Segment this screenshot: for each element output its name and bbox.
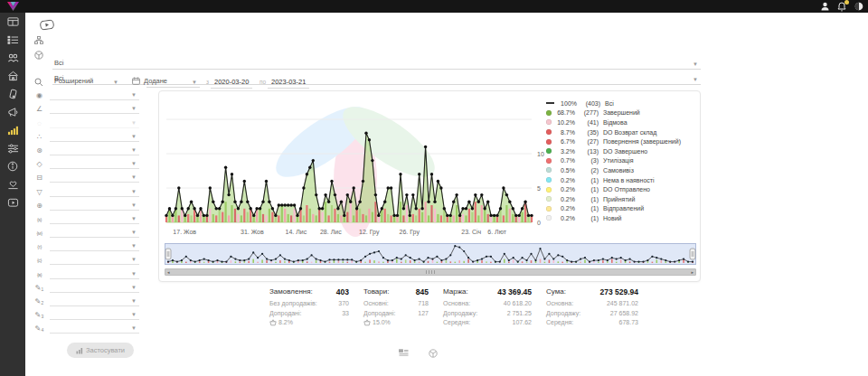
sidebar-item-dashboard[interactable] xyxy=(0,13,25,31)
filter-row-fingerprint: ⊛▼ xyxy=(25,142,146,155)
stat-title: Маржа: xyxy=(443,287,468,296)
sidebar-item-store[interactable] xyxy=(0,67,25,85)
sliders-icon xyxy=(7,143,19,154)
legend-item[interactable]: 3.2%(13)DO Завершено xyxy=(546,146,698,156)
legend-item[interactable]: 100%(403)Всі xyxy=(546,99,698,108)
filter-row-banknote: ⊟▼ xyxy=(25,169,146,183)
legend-item[interactable]: 0.2%(1)Відправлений xyxy=(546,204,698,214)
filter-select-9[interactable]: ▼ xyxy=(50,202,139,211)
scroll-left-icon[interactable]: ◂ xyxy=(165,270,172,275)
filter-row-pencil-4: ✎₄▼ xyxy=(25,320,146,334)
legend-item[interactable]: 68.7%(277)Завершений xyxy=(546,108,698,118)
legend-marker xyxy=(546,102,554,104)
sidebar-item-sales[interactable] xyxy=(0,85,25,103)
heart-hands-icon xyxy=(7,179,19,190)
category-select[interactable]: Всі ▼ xyxy=(52,58,701,70)
scrollbar-grip[interactable] xyxy=(426,270,435,274)
sidebar-item-integrations[interactable] xyxy=(0,139,25,157)
sidebar-item-marketing[interactable] xyxy=(0,103,25,121)
filter-select-8[interactable]: ▼ xyxy=(50,188,139,197)
legend-percent: 8.7% xyxy=(554,129,575,136)
filter-select-5[interactable]: ▼ xyxy=(50,146,139,155)
legend-percent: 0.2% xyxy=(554,196,575,202)
chart-scrollbar[interactable]: ◂ ▸ xyxy=(165,268,696,276)
legend-marker xyxy=(546,187,552,193)
chevron-down-icon: ▼ xyxy=(131,298,137,304)
legend-marker xyxy=(546,129,552,135)
stat-title: Сума: xyxy=(546,287,566,296)
filter-select-14[interactable]: ▼ xyxy=(50,270,139,279)
legend-marker xyxy=(546,196,552,202)
sales-tag-icon xyxy=(7,89,19,99)
stat-title: Товари: xyxy=(363,287,389,296)
date-from-input[interactable]: 2020-03-20 xyxy=(211,77,252,89)
filter-select-11[interactable]: ▼ xyxy=(50,229,139,238)
legend-marker xyxy=(546,177,552,183)
legend-item[interactable]: 10.2%(41)Відмова xyxy=(546,118,698,127)
filter-select-2[interactable]: ▼ xyxy=(50,105,139,114)
video-help-icon[interactable] xyxy=(39,19,54,31)
filter-select-16[interactable]: ▼ xyxy=(50,297,139,306)
brand-logo[interactable] xyxy=(6,1,20,12)
filter-select-10[interactable]: ▼ xyxy=(50,215,139,224)
filter-select-18[interactable]: ▼ xyxy=(50,324,139,334)
filter-select-15[interactable]: ▼ xyxy=(50,284,139,293)
sidebar-item-statistics[interactable] xyxy=(0,121,25,139)
filter-select-13[interactable]: ▼ xyxy=(50,256,139,265)
fingerprint-icon: ⊛ xyxy=(33,146,46,155)
sidebar-item-video[interactable] xyxy=(0,193,25,212)
sidebar-item-orders[interactable] xyxy=(0,31,25,49)
stat-value: 845 xyxy=(416,287,429,296)
sidebar-item-partners[interactable] xyxy=(0,175,25,193)
filter-select-17[interactable]: ▼ xyxy=(50,311,139,320)
chevron-down-icon: ▼ xyxy=(131,106,137,111)
package-view-icon[interactable] xyxy=(429,349,438,358)
filter-select-6[interactable]: ▼ xyxy=(50,160,139,169)
sidebar-item-users[interactable] xyxy=(0,49,25,67)
orders-status-chart[interactable]: 051017. Жов31. Жов14. Лис28. Лис12. Гру2… xyxy=(161,95,544,240)
svg-text:6. Лют: 6. Лют xyxy=(487,229,506,235)
hierarchy-icon: ∴ xyxy=(33,133,46,142)
chevron-down-icon: ▼ xyxy=(131,230,137,235)
dashboard-icon xyxy=(7,16,19,27)
legend-item[interactable]: 0.2%(1)Новий xyxy=(546,213,698,223)
stat-value: 403 xyxy=(336,287,349,296)
sphere-icon: ◉ xyxy=(33,91,46,100)
legend-percent: 6.7% xyxy=(554,138,575,145)
legend-item[interactable]: 6.7%(27)Повернення (завершений) xyxy=(546,136,698,146)
legend-item[interactable]: 0.2%(1)Нема в наявності xyxy=(546,175,698,185)
date-to-input[interactable]: 2023-03-21 xyxy=(268,77,309,89)
legend-item[interactable]: 0.5%(2)Самовивіз xyxy=(546,165,698,175)
chart-navigator[interactable] xyxy=(165,243,696,267)
filter-select-7[interactable]: ▼ xyxy=(50,174,139,183)
filter-row-hierarchy: ∴▼ xyxy=(25,128,146,142)
legend-item[interactable]: 0.2%(1)DO Отправлено xyxy=(546,184,698,194)
filter-row-sphere: ◉▼ xyxy=(25,87,146,100)
filter-select-12[interactable]: ▼ xyxy=(50,242,139,251)
user-icon[interactable] xyxy=(819,1,830,12)
list-view-icon[interactable] xyxy=(399,349,409,358)
filter-row-globe: ⊕▼ xyxy=(25,197,146,211)
legend-item[interactable]: 0.2%(1)Прийнятий xyxy=(546,194,698,204)
navigator-handle-left[interactable] xyxy=(165,249,171,259)
chevron-down-icon: ▼ xyxy=(131,312,137,317)
legend-item[interactable]: 8.7%(35)DO Возврат склад xyxy=(546,127,698,137)
filter-select-4[interactable]: ▼ xyxy=(50,133,139,142)
theme-icon[interactable] xyxy=(854,1,864,12)
scroll-right-icon[interactable]: ▸ xyxy=(689,270,695,275)
pencil-1-icon: ✎₁ xyxy=(33,284,46,293)
apply-button[interactable]: Застосувати xyxy=(67,343,134,358)
video-icon xyxy=(7,197,19,208)
topbar-actions xyxy=(819,0,864,13)
filter-select-1[interactable]: ▼ xyxy=(50,91,139,100)
chevron-down-icon: ▼ xyxy=(131,189,137,194)
legend-item[interactable]: 0.7%(3)Утилізація xyxy=(546,156,698,166)
stat-subrow: Допродані:33 xyxy=(269,309,349,319)
bell-icon[interactable] xyxy=(836,1,847,12)
footer-view-toggles xyxy=(399,349,438,358)
category-select-value: Всі xyxy=(54,59,63,67)
sidebar-item-info[interactable] xyxy=(0,157,25,175)
stat-column-сума: Сума:273 529.94Основна:245 871.02Допрода… xyxy=(546,287,638,328)
navigator-handle-right[interactable] xyxy=(690,249,695,259)
filter-row-ruler: ∠▼ xyxy=(25,100,146,114)
